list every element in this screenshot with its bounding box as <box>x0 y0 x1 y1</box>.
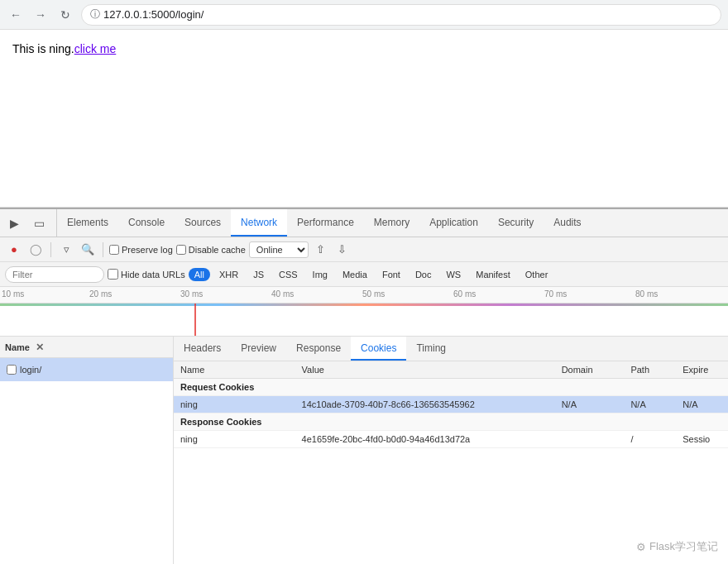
page-content: This is ning.click me <box>0 30 728 208</box>
search-icon-button[interactable]: 🔍 <box>79 241 97 259</box>
req-cookie-domain: N/A <box>555 396 625 413</box>
ruler-50ms: 50 ms <box>362 289 385 299</box>
address-bar[interactable]: ⓘ 127.0.0.1:5000/login/ <box>81 4 721 26</box>
record-button[interactable]: ● <box>5 241 23 259</box>
filter-other-button[interactable]: Other <box>520 268 554 281</box>
filter-img-button[interactable]: Img <box>307 268 333 281</box>
req-cookie-path: N/A <box>624 396 676 413</box>
devtools-tabs: ▶ ▭ Elements Console Sources Network Per… <box>0 209 728 237</box>
tab-application[interactable]: Application <box>419 209 488 237</box>
filter-manifest-button[interactable]: Manifest <box>470 268 516 281</box>
ruler-40ms: 40 ms <box>271 289 294 299</box>
watermark-text: Flask学习笔记 <box>649 539 718 554</box>
sub-tab-response[interactable]: Response <box>286 337 351 361</box>
tab-audits[interactable]: Audits <box>544 209 591 237</box>
timeline-chart <box>0 304 728 337</box>
separator-1 <box>50 242 51 257</box>
col-header-value: Value <box>295 361 555 379</box>
back-button[interactable]: ← <box>7 6 25 24</box>
devtools-panel: ▶ ▭ Elements Console Sources Network Per… <box>0 208 728 564</box>
response-cookies-header-row: Response Cookies <box>174 413 728 431</box>
disable-cache-checkbox[interactable] <box>176 245 186 255</box>
response-cookies-label: Response Cookies <box>174 413 728 431</box>
preserve-log-checkbox[interactable] <box>109 245 119 255</box>
separator-2 <box>103 242 103 257</box>
col-header-expires: Expire <box>676 361 728 379</box>
timeline-area: 10 ms 20 ms 30 ms 40 ms 50 ms 60 ms 70 m… <box>0 287 728 337</box>
timeline-marker <box>194 304 196 337</box>
upload-icon-button[interactable]: ⇧ <box>312 241 330 259</box>
click-me-link[interactable]: click me <box>74 42 117 55</box>
tab-performance[interactable]: Performance <box>287 209 364 237</box>
file-item-checkbox[interactable] <box>7 365 17 375</box>
resp-cookie-value: 4e1659fe-20bc-4fd0-b0d0-94a46d13d72a <box>295 431 555 448</box>
devtools-icon-buttons: ▶ ▭ <box>3 209 57 237</box>
resp-cookie-path: / <box>624 431 676 448</box>
download-icon-button[interactable]: ⇩ <box>333 241 352 259</box>
watermark: ⚙ Flask学习笔记 <box>636 539 718 554</box>
resp-cookie-expires: Sessio <box>676 431 728 448</box>
col-header-name: Name <box>174 361 295 379</box>
sub-tabs: Headers Preview Response Cookies Timing <box>174 337 728 361</box>
preserve-log-label[interactable]: Preserve log <box>109 245 173 255</box>
ruler-60ms: 60 ms <box>453 289 476 299</box>
resp-cookie-domain <box>555 431 625 448</box>
file-list-header: Name ✕ <box>0 337 173 358</box>
tab-network[interactable]: Network <box>231 209 287 237</box>
filter-all-button[interactable]: All <box>189 268 210 281</box>
response-cookie-row-ning[interactable]: ning 4e1659fe-20bc-4fd0-b0d0-94a46d13d72… <box>174 431 728 448</box>
throttling-select[interactable]: Online Offline Slow 3G Fast 3G <box>249 241 309 258</box>
req-cookie-expires: N/A <box>676 396 728 413</box>
req-cookie-name: ning <box>174 396 295 413</box>
ruler-70ms: 70 ms <box>544 289 567 299</box>
right-panel: Headers Preview Response Cookies Timing … <box>174 337 728 564</box>
filter-js-button[interactable]: JS <box>247 268 270 281</box>
tab-memory[interactable]: Memory <box>364 209 419 237</box>
filter-ws-button[interactable]: WS <box>440 268 467 281</box>
request-cookies-label: Request Cookies <box>174 379 728 396</box>
req-cookie-value: 14c10ade-3709-40b7-8c66-136563545962 <box>295 396 555 413</box>
filter-font-button[interactable]: Font <box>376 268 406 281</box>
filter-media-button[interactable]: Media <box>337 268 373 281</box>
filter-input[interactable] <box>5 266 104 283</box>
sub-tab-preview[interactable]: Preview <box>231 337 286 361</box>
lock-icon: ⓘ <box>90 7 100 22</box>
cookies-table-area: Name Value Domain Path Expire Request Co… <box>174 361 728 564</box>
tab-console[interactable]: Console <box>118 209 175 237</box>
filter-doc-button[interactable]: Doc <box>410 268 438 281</box>
hide-data-urls-checkbox[interactable] <box>108 269 118 280</box>
page-static-text: This is ning. <box>12 42 74 55</box>
sub-tab-timing[interactable]: Timing <box>406 337 456 361</box>
filter-xhr-button[interactable]: XHR <box>213 268 244 281</box>
sub-tab-cookies[interactable]: Cookies <box>351 337 406 361</box>
url-text: 127.0.0.1:5000/login/ <box>103 8 204 21</box>
ruler-10ms: 10 ms <box>2 289 24 299</box>
ruler-20ms: 20 ms <box>89 289 112 299</box>
inspect-icon-button[interactable]: ▶ <box>3 213 25 234</box>
disable-cache-label[interactable]: Disable cache <box>176 245 246 255</box>
filter-icon-button[interactable]: ▿ <box>57 241 75 259</box>
col-header-domain: Domain <box>555 361 625 379</box>
file-list-close-icon[interactable]: ✕ <box>33 341 46 354</box>
device-icon-button[interactable]: ▭ <box>28 213 50 234</box>
request-cookies-header-row: Request Cookies <box>174 379 728 396</box>
tab-sources[interactable]: Sources <box>175 209 231 237</box>
filter-bar: Hide data URLs All XHR JS CSS Img Media … <box>0 262 728 287</box>
devtools-main: Name ✕ login/ Headers Preview Response C… <box>0 337 728 564</box>
hide-data-urls-label[interactable]: Hide data URLs <box>108 269 185 280</box>
browser-toolbar: ← → ↻ ⓘ 127.0.0.1:5000/login/ <box>0 0 728 30</box>
forward-button[interactable]: → <box>31 6 50 24</box>
filter-css-button[interactable]: CSS <box>273 268 304 281</box>
sub-tab-headers[interactable]: Headers <box>174 337 231 361</box>
network-toolbar: ● ◯ ▿ 🔍 Preserve log Disable cache Onlin… <box>0 237 728 262</box>
tab-elements[interactable]: Elements <box>57 209 118 237</box>
page-text: This is ning.click me <box>12 42 716 55</box>
tab-security[interactable]: Security <box>488 209 544 237</box>
file-list-name-header: Name <box>5 342 30 352</box>
clear-button[interactable]: ◯ <box>26 241 45 259</box>
col-header-path: Path <box>624 361 676 379</box>
file-item-login[interactable]: login/ <box>0 358 173 381</box>
request-cookie-row-ning[interactable]: ning 14c10ade-3709-40b7-8c66-13656354596… <box>174 396 728 413</box>
file-list: Name ✕ login/ <box>0 337 174 564</box>
reload-button[interactable]: ↻ <box>56 6 74 24</box>
